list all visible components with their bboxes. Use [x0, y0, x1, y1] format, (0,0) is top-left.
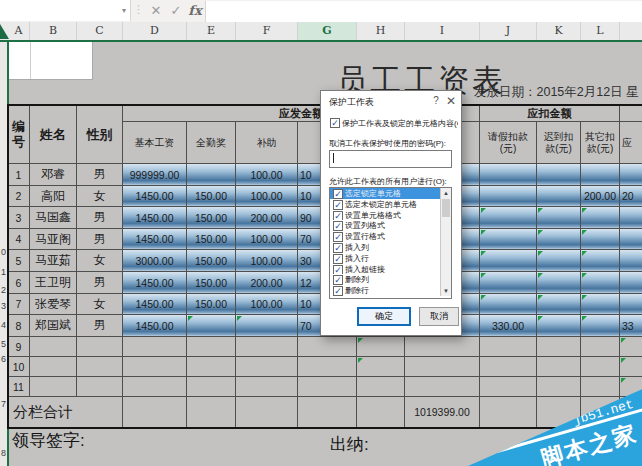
- cell-K[interactable]: [537, 186, 581, 207]
- confirm-entry-icon[interactable]: ✓: [167, 2, 185, 20]
- cell-E[interactable]: [187, 337, 236, 357]
- cell-G[interactable]: [298, 337, 357, 357]
- cell-D[interactable]: 1450.00: [123, 229, 187, 250]
- column-header-H[interactable]: H: [357, 22, 405, 40]
- formula-input[interactable]: [205, 1, 642, 22]
- insert-function-icon[interactable]: fx: [186, 2, 204, 20]
- header-attendance-bonus[interactable]: 全勤奖: [187, 122, 236, 164]
- cell-E[interactable]: 150.00: [187, 250, 236, 272]
- scroll-down-icon[interactable]: ▼: [441, 286, 451, 296]
- cell-F[interactable]: 100.00: [236, 250, 298, 272]
- cell-gender[interactable]: 男: [77, 207, 123, 229]
- permission-checkbox[interactable]: ✓: [333, 232, 343, 242]
- cell-D[interactable]: [123, 377, 187, 397]
- cell-name[interactable]: 郑国斌: [30, 315, 77, 337]
- cell-K[interactable]: [537, 315, 581, 337]
- permission-checkbox[interactable]: ✓: [333, 243, 343, 253]
- permission-checkbox[interactable]: ✓: [333, 275, 343, 285]
- cell-M[interactable]: [620, 207, 642, 229]
- permission-item[interactable]: ✓选定未锁定的单元格: [330, 199, 440, 210]
- cell-D[interactable]: [123, 337, 187, 357]
- cell-B[interactable]: [30, 377, 77, 397]
- cell-M[interactable]: 33: [620, 315, 642, 337]
- cell-name[interactable]: 马亚茹: [30, 250, 77, 272]
- row-header-number[interactable]: 1: [0, 267, 6, 279]
- cell-gender[interactable]: 女: [77, 294, 123, 315]
- permission-checkbox[interactable]: ✓: [333, 200, 343, 210]
- cell-M[interactable]: [620, 250, 642, 272]
- column-header-L[interactable]: L: [581, 22, 620, 40]
- cell-D[interactable]: 1450.00: [123, 294, 187, 315]
- cell-gender[interactable]: 男: [77, 164, 123, 186]
- permissions-listbox[interactable]: ▲ ▼ ✓选定锁定单元格✓选定未锁定的单元格✓设置单元格格式✓设置列格式✓设置行…: [329, 187, 452, 299]
- protect-contents-checkbox[interactable]: ✓: [330, 118, 340, 128]
- cell-E[interactable]: [187, 357, 236, 377]
- cell-no[interactable]: 10: [8, 357, 30, 377]
- cell-no[interactable]: 7: [8, 294, 30, 315]
- cell-G[interactable]: [298, 377, 357, 397]
- cell-F[interactable]: [236, 357, 298, 377]
- cell-F[interactable]: 100.00: [236, 164, 298, 186]
- cell-L[interactable]: [581, 164, 620, 186]
- permission-item[interactable]: ✓插入列: [330, 242, 440, 253]
- subtotal-D[interactable]: [123, 397, 187, 428]
- cell-K[interactable]: [537, 294, 581, 315]
- name-box-caret-icon[interactable]: ▾: [122, 6, 126, 15]
- row-header-number[interactable]: 2: [0, 285, 6, 297]
- cancel-button[interactable]: 取消: [419, 307, 459, 326]
- cell-K[interactable]: [537, 250, 581, 272]
- header-subsidy[interactable]: 补助: [236, 122, 298, 164]
- cell-I[interactable]: [405, 337, 480, 357]
- cell-J[interactable]: [480, 229, 537, 250]
- cell-L[interactable]: [581, 357, 620, 377]
- cell-no[interactable]: 9: [8, 337, 30, 357]
- permission-item[interactable]: ✓删除列: [330, 274, 440, 285]
- cell-E[interactable]: 150.00: [187, 294, 236, 315]
- cell-I[interactable]: [405, 377, 480, 397]
- listbox-scrollbar[interactable]: ▲ ▼: [440, 188, 451, 296]
- cell-E[interactable]: 150.00: [187, 229, 236, 250]
- column-header-I[interactable]: I: [405, 22, 480, 40]
- column-header-G[interactable]: G: [298, 22, 357, 40]
- column-header-A[interactable]: A: [8, 22, 30, 40]
- cell-J[interactable]: [480, 357, 537, 377]
- permission-item[interactable]: ✓插入行: [330, 253, 440, 264]
- cell-J[interactable]: [480, 207, 537, 229]
- cell-M[interactable]: [620, 229, 642, 250]
- cell-no[interactable]: 4: [8, 229, 30, 250]
- subtotal-H[interactable]: [357, 397, 405, 428]
- cell-J[interactable]: [480, 250, 537, 272]
- permission-checkbox[interactable]: ✓: [333, 254, 343, 264]
- cell-K[interactable]: [537, 207, 581, 229]
- cell-F[interactable]: [236, 377, 298, 397]
- cell-E[interactable]: 150.00: [187, 186, 236, 207]
- cell-H[interactable]: [357, 337, 405, 357]
- header-name[interactable]: 姓名: [30, 105, 77, 164]
- row-header-number[interactable]: 5: [0, 339, 6, 351]
- ok-button[interactable]: 确定: [357, 307, 411, 326]
- permission-item[interactable]: ✓设置行格式: [330, 231, 440, 242]
- permission-checkbox[interactable]: ✓: [333, 189, 343, 199]
- header-deduct-group[interactable]: 应扣金额: [480, 105, 620, 122]
- cell-gender[interactable]: 男: [77, 229, 123, 250]
- cell-no[interactable]: 2: [8, 186, 30, 207]
- column-header-E[interactable]: E: [187, 22, 236, 40]
- cell-no[interactable]: 3: [8, 207, 30, 229]
- cell-gender[interactable]: 女: [77, 186, 123, 207]
- cell-name[interactable]: 王卫明: [30, 272, 77, 294]
- cell-no[interactable]: 1: [8, 164, 30, 186]
- cell-J[interactable]: [480, 186, 537, 207]
- scrollbar-thumb[interactable]: [442, 199, 450, 217]
- header-other-deduct[interactable]: 其它扣 款(元): [581, 122, 620, 164]
- cell-F[interactable]: 100.00: [236, 186, 298, 207]
- dialog-close-icon[interactable]: ✕: [444, 94, 458, 108]
- cell-J[interactable]: 330.00: [480, 315, 537, 337]
- permission-item[interactable]: ✓设置单元格格式: [330, 210, 440, 221]
- cell-B[interactable]: [30, 357, 77, 377]
- cell-K[interactable]: [537, 229, 581, 250]
- column-header-J[interactable]: J: [480, 22, 537, 40]
- cell-J[interactable]: [480, 337, 537, 357]
- cell-K[interactable]: [537, 357, 581, 377]
- permission-checkbox[interactable]: ✓: [333, 221, 343, 231]
- cell-F[interactable]: 200.00: [236, 272, 298, 294]
